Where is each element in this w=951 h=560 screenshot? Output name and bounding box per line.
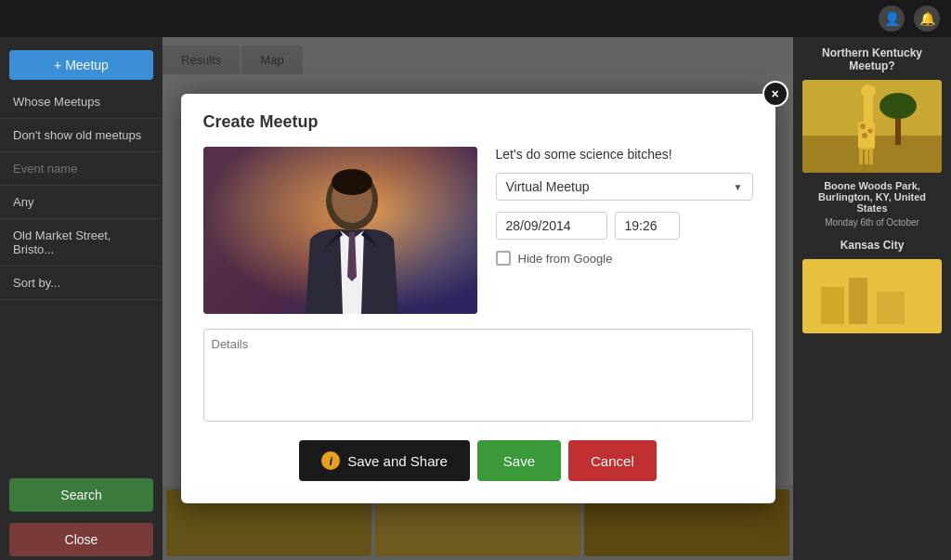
details-textarea[interactable] — [203, 329, 753, 422]
hide-from-google-label: Hide from Google — [518, 252, 613, 266]
modal-close-button[interactable]: × — [762, 81, 788, 107]
city-image-svg — [802, 259, 942, 333]
content-area: Results Map × Create Meetup — [163, 37, 793, 560]
search-button[interactable]: Search — [9, 478, 153, 512]
date-time-row — [496, 212, 753, 240]
modal-body: Let's do some science bitches! Virtual M… — [203, 147, 753, 314]
svg-rect-19 — [877, 292, 905, 324]
sidebar-item-whose-meetups[interactable]: Whose Meetups — [0, 85, 163, 119]
svg-point-6 — [879, 93, 917, 119]
close-button[interactable]: Close — [9, 523, 153, 556]
svg-rect-14 — [865, 148, 868, 164]
svg-rect-18 — [849, 278, 867, 324]
modal-overlay: × Create Meetup — [163, 37, 793, 560]
sidebar-item-location[interactable]: Old Market Street, Bristo... — [0, 219, 163, 267]
save-and-share-button[interactable]: i Save and Share — [299, 440, 470, 481]
sidebar-item-dont-show-old[interactable]: Don't show old meetups — [0, 119, 163, 152]
person-silhouette — [292, 165, 412, 314]
sidebar-item-any[interactable]: Any — [0, 186, 163, 219]
modal-description: Let's do some science bitches! — [496, 147, 753, 162]
modal-form: Let's do some science bitches! Virtual M… — [496, 147, 753, 314]
kansas-city-image — [802, 259, 942, 333]
city-name: Kansas City — [802, 239, 942, 252]
meetup-type-select[interactable]: Virtual Meetup In-Person Meetup — [506, 179, 734, 194]
date-input[interactable] — [496, 212, 607, 240]
save-button[interactable]: Save — [477, 440, 561, 481]
northern-kentucky-image — [802, 80, 942, 173]
top-bar: 👤 🔔 — [0, 0, 951, 37]
svg-point-10 — [860, 124, 866, 129]
info-icon: i — [321, 451, 340, 470]
modal-buttons: i Save and Share Save Cancel — [203, 440, 753, 481]
svg-point-2 — [332, 169, 372, 195]
modal-title: Create Meetup — [203, 112, 753, 132]
person-icon: 👤 — [879, 6, 905, 32]
svg-point-11 — [868, 129, 873, 134]
bell-icon: 🔔 — [914, 6, 940, 32]
svg-rect-17 — [821, 287, 844, 324]
svg-rect-8 — [864, 94, 873, 126]
hide-from-google-row: Hide from Google — [496, 251, 753, 266]
svg-rect-13 — [859, 148, 863, 164]
event-name-input[interactable] — [13, 162, 150, 176]
right-panel: Northern Kentucky Meetup? — [793, 37, 951, 560]
sidebar-item-sort[interactable]: Sort by... — [0, 267, 163, 300]
select-arrow-icon: ▼ — [734, 182, 743, 192]
hide-from-google-checkbox[interactable] — [496, 251, 511, 266]
venue-name: Boone Woods Park, Burlington, KY, United… — [802, 180, 942, 214]
time-input[interactable] — [615, 212, 680, 240]
meetup-type-wrapper[interactable]: Virtual Meetup In-Person Meetup ▼ — [496, 173, 753, 201]
right-panel-title: Northern Kentucky Meetup? — [802, 46, 942, 72]
svg-point-12 — [862, 133, 867, 138]
sidebar-item-event-name[interactable] — [0, 152, 163, 186]
create-meetup-modal: × Create Meetup — [181, 94, 775, 503]
modal-meetup-image — [203, 147, 477, 314]
giraffe-svg — [802, 80, 942, 173]
main-layout: + Meetup Whose Meetups Don't show old me… — [0, 37, 951, 560]
cancel-button[interactable]: Cancel — [568, 440, 657, 481]
svg-point-9 — [861, 85, 876, 98]
venue-date: Monday 6th of October — [802, 217, 942, 228]
sidebar: + Meetup Whose Meetups Don't show old me… — [0, 37, 163, 560]
add-meetup-button[interactable]: + Meetup — [9, 50, 153, 80]
svg-rect-15 — [869, 148, 873, 164]
